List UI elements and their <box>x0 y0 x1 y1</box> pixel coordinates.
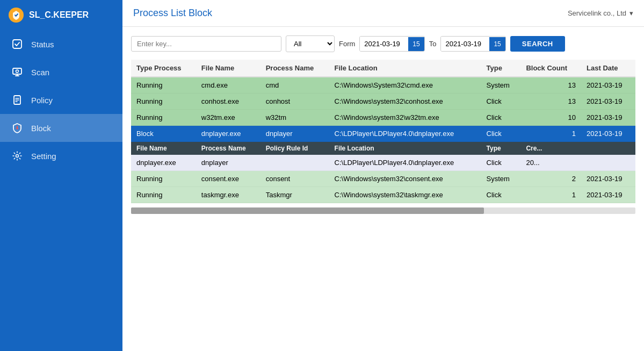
expanded-cell-created: 20... <box>520 155 635 171</box>
process-table: Type Process File Name Process Name File… <box>131 60 635 203</box>
cell-file-name: cmd.exe <box>196 77 261 94</box>
col-file-name: File Name <box>196 60 261 77</box>
table-row[interactable]: Running cmd.exe cmd C:\Windows\System32\… <box>131 77 635 94</box>
cell-file-location: C:\Windows\system32\conhost.exe <box>329 94 481 110</box>
date-from-input[interactable] <box>360 37 408 51</box>
topbar: Process List Block Servicelink co., Ltd … <box>122 0 644 27</box>
horizontal-scrollbar[interactable] <box>131 207 635 214</box>
filter-select[interactable]: All Running Block <box>286 35 335 52</box>
cell-file-name: consent.exe <box>196 171 261 187</box>
cell-process-name: cmd <box>261 77 329 94</box>
cell-last-date: 2021-03-19 <box>581 77 635 94</box>
cell-type: Running <box>131 110 196 126</box>
expanded-cell-type: Click <box>481 155 521 171</box>
sidebar: SL_C.KEEPER Status Scan <box>0 0 122 351</box>
cell-last-date: 2021-03-19 <box>581 171 635 187</box>
table-row[interactable]: Running conhost.exe conhost C:\Windows\s… <box>131 94 635 110</box>
search-input[interactable] <box>131 36 281 52</box>
table-row-selected[interactable]: Block dnplayer.exe dnplayer C:\LDPlayer\… <box>131 126 635 142</box>
sidebar-item-scan[interactable]: Scan <box>0 58 122 86</box>
cell-last-date: 2021-03-19 <box>581 187 635 203</box>
form-label: Form <box>339 40 355 48</box>
cell-block-count: 13 <box>520 77 581 94</box>
expanded-cell-file-name: dnplayer.exe <box>131 155 196 171</box>
monitor-icon <box>11 66 24 78</box>
sidebar-item-block[interactable]: Block <box>0 114 122 142</box>
sidebar-item-label: Status <box>31 40 54 49</box>
expanded-data-row[interactable]: dnplayer.exe dnplayer C:\LDPlayer\LDPlay… <box>131 155 635 171</box>
content-area: All Running Block Form 15 To 15 SEARCH <box>122 27 644 351</box>
expanded-col-process-name: Process Name <box>196 142 261 155</box>
sidebar-item-label: Setting <box>31 152 56 161</box>
table-row[interactable]: Running w32tm.exe w32tm C:\Windows\syste… <box>131 110 635 126</box>
process-table-wrap: Type Process File Name Process Name File… <box>131 60 635 203</box>
cell-file-location: C:\Windows\system32\taskmgr.exe <box>329 187 481 203</box>
main-content: Process List Block Servicelink co., Ltd … <box>122 0 644 351</box>
shield-block-icon <box>11 121 24 134</box>
date-from-calendar-btn[interactable]: 15 <box>408 37 424 51</box>
cell-file-location: C:\Windows\system32\w32tm.exe <box>329 110 481 126</box>
check-icon <box>11 38 24 51</box>
table-row[interactable]: Running taskmgr.exe Taskmgr C:\Windows\s… <box>131 187 635 203</box>
cell-type: Running <box>131 171 196 187</box>
sidebar-item-label: Policy <box>31 96 53 105</box>
cell-block-count: 13 <box>520 94 581 110</box>
cell-block-count: 10 <box>520 110 581 126</box>
scrollbar-thumb[interactable] <box>131 207 484 214</box>
cell-type: Click <box>481 94 521 110</box>
cell-type: System <box>481 171 521 187</box>
company-info: Servicelink co., Ltd ▾ <box>568 9 633 17</box>
svg-point-6 <box>16 155 19 157</box>
company-dropdown-icon[interactable]: ▾ <box>629 9 633 17</box>
app-name: SL_C.KEEPER <box>29 10 89 20</box>
sidebar-item-label: Scan <box>31 68 49 77</box>
cell-process-name: Taskmgr <box>261 187 329 203</box>
date-to-input[interactable] <box>441 37 489 51</box>
date-to-calendar-btn[interactable]: 15 <box>489 37 505 51</box>
col-type: Type <box>481 60 521 77</box>
gear-icon <box>11 149 24 162</box>
col-block-count: Block Count <box>520 60 581 77</box>
expanded-col-file-location: File Location <box>329 142 481 155</box>
sidebar-item-setting[interactable]: Setting <box>0 142 122 170</box>
date-to-wrap: 15 <box>440 36 505 52</box>
col-type-process: Type Process <box>131 60 196 77</box>
expanded-header-row: File Name Process Name Policy Rule Id Fi… <box>131 142 635 155</box>
col-last-date: Last Date <box>581 60 635 77</box>
cell-file-location: C:\Windows\System32\cmd.exe <box>329 77 481 94</box>
cell-type: Running <box>131 77 196 94</box>
document-icon <box>11 94 24 106</box>
table-row[interactable]: Running consent.exe consent C:\Windows\s… <box>131 171 635 187</box>
expanded-col-created: Cre... <box>520 142 635 155</box>
cell-last-date: 2021-03-19 <box>581 94 635 110</box>
cell-file-location: C:\LDPlayer\LDPlayer4.0\dnplayer.exe <box>329 126 481 142</box>
expanded-cell-policy-rule <box>261 155 329 171</box>
cell-type: Click <box>481 126 521 142</box>
cell-process-name: consent <box>261 171 329 187</box>
sidebar-item-status[interactable]: Status <box>0 30 122 58</box>
col-process-name: Process Name <box>261 60 329 77</box>
company-name: Servicelink co., Ltd <box>568 9 626 17</box>
expanded-col-type: Type <box>481 142 521 155</box>
table-header-row: Type Process File Name Process Name File… <box>131 60 635 77</box>
cell-type: Running <box>131 187 196 203</box>
page-title: Process List Block <box>133 8 212 19</box>
cell-file-name: taskmgr.exe <box>196 187 261 203</box>
cell-type: Click <box>481 110 521 126</box>
cell-file-name: conhost.exe <box>196 94 261 110</box>
cell-last-date: 2021-03-19 <box>581 110 635 126</box>
svg-rect-1 <box>13 40 21 48</box>
cell-file-location: C:\Windows\system32\consent.exe <box>329 171 481 187</box>
svg-rect-2 <box>13 68 21 74</box>
svg-point-3 <box>16 70 19 73</box>
cell-process-name: w32tm <box>261 110 329 126</box>
cell-process-name: dnplayer <box>261 126 329 142</box>
sidebar-item-policy[interactable]: Policy <box>0 86 122 114</box>
cell-type: System <box>481 77 521 94</box>
expanded-cell-process-name: dnplayer <box>196 155 261 171</box>
search-button[interactable]: SEARCH <box>510 36 565 52</box>
app-logo: SL_C.KEEPER <box>0 0 122 30</box>
col-file-location: File Location <box>329 60 481 77</box>
cell-process-name: conhost <box>261 94 329 110</box>
cell-block-count: 2 <box>520 171 581 187</box>
